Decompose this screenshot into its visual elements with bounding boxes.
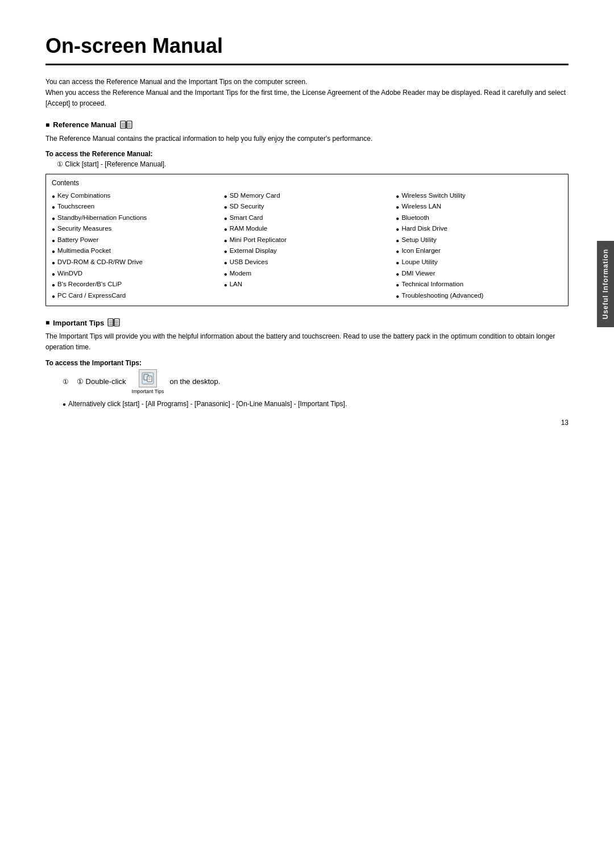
contents-col-2: SD Memory CardSD SecuritySmart CardRAM M… [224, 190, 391, 301]
contents-grid: Key CombinationsTouchscreenStandby/Hiber… [52, 190, 562, 301]
list-item: Touchscreen [52, 201, 218, 212]
double-click-text: ① Double-click [77, 377, 126, 386]
list-item: SD Memory Card [224, 190, 391, 202]
list-item: WinDVD [52, 268, 218, 279]
intro-text: You can access the Reference Manual and … [45, 77, 569, 110]
contents-label: Contents [52, 179, 562, 187]
important-tips-heading: Important Tips [45, 318, 569, 328]
icon-label: Important Tips [131, 389, 164, 394]
access-reference-step: ① Click [start] - [Reference Manual]. [57, 160, 569, 168]
sidebar-useful-information: Useful Information [597, 241, 614, 327]
list-item: Wireless Switch Utility [396, 190, 562, 202]
access-reference-heading: To access the Reference Manual: [45, 150, 569, 158]
book-icon [120, 120, 132, 130]
list-item: PC Card / ExpressCard [52, 290, 218, 302]
list-item: Multimedia Pocket [52, 245, 218, 257]
list-item: Key Combinations [52, 190, 218, 202]
access-tips-heading: To access the Important Tips: [45, 359, 569, 367]
list-item: SD Security [224, 201, 391, 212]
list-item: Bluetooth [396, 212, 562, 224]
svg-rect-10 [114, 319, 119, 326]
page-title: On-screen Manual [45, 34, 569, 65]
list-item: Setup Utility [396, 235, 562, 246]
desktop-icon-step: ① ① Double-click Important Tips on the d… [63, 369, 569, 394]
svg-rect-20 [147, 376, 152, 382]
reference-manual-heading: Reference Manual [45, 120, 569, 130]
list-item: Battery Power [52, 235, 218, 246]
contents-box: Contents Key CombinationsTouchscreenStan… [45, 174, 569, 306]
page-number: 13 [561, 419, 569, 427]
important-tips-desktop-icon: Important Tips [131, 369, 164, 394]
reference-manual-description: The Reference Manual contains the practi… [45, 133, 569, 144]
list-item: DMI Viewer [396, 268, 562, 279]
list-item: USB Devices [224, 257, 391, 268]
important-tips-section: Important Tips The Important Tips will p… [45, 318, 569, 410]
step-number: ① [63, 378, 69, 386]
on-desktop-text: on the desktop. [169, 377, 220, 386]
list-item: B's Recorder/B's CLiP [52, 279, 218, 290]
contents-col-3: Wireless Switch UtilityWireless LANBluet… [396, 190, 562, 301]
contents-list-1: Key CombinationsTouchscreenStandby/Hiber… [52, 190, 218, 301]
intro-line2: When you access the Reference Manual and… [45, 87, 569, 109]
svg-rect-0 [121, 121, 126, 128]
list-item: Standby/Hibernation Functions [52, 212, 218, 224]
alternative-step: Alternatively click [start] - [All Progr… [63, 399, 569, 410]
important-tips-description: The Important Tips will provide you with… [45, 331, 569, 353]
list-item: Icon Enlarger [396, 245, 562, 257]
important-tips-book-icon [107, 318, 120, 328]
intro-line1: You can access the Reference Manual and … [45, 77, 569, 87]
list-item: Wireless LAN [396, 201, 562, 212]
list-item: Smart Card [224, 212, 391, 224]
reference-manual-section: Reference Manual The Reference Manual co… [45, 120, 569, 307]
svg-rect-1 [127, 121, 132, 128]
list-item: External Display [224, 245, 391, 257]
list-item: Modem [224, 268, 391, 279]
list-item: Technical Information [396, 279, 562, 290]
list-item: RAM Module [224, 223, 391, 235]
contents-col-1: Key CombinationsTouchscreenStandby/Hiber… [52, 190, 218, 301]
list-item: Loupe Utility [396, 257, 562, 268]
list-item: Mini Port Replicator [224, 235, 391, 246]
svg-rect-9 [108, 319, 113, 326]
contents-list-3: Wireless Switch UtilityWireless LANBluet… [396, 190, 562, 301]
list-item: Troubleshooting (Advanced) [396, 290, 562, 302]
list-item: LAN [224, 279, 391, 290]
contents-list-2: SD Memory CardSD SecuritySmart CardRAM M… [224, 190, 391, 290]
list-item: Hard Disk Drive [396, 223, 562, 235]
desktop-icon-image [139, 369, 157, 387]
list-item: DVD-ROM & CD-R/RW Drive [52, 257, 218, 268]
list-item: Security Measures [52, 223, 218, 235]
